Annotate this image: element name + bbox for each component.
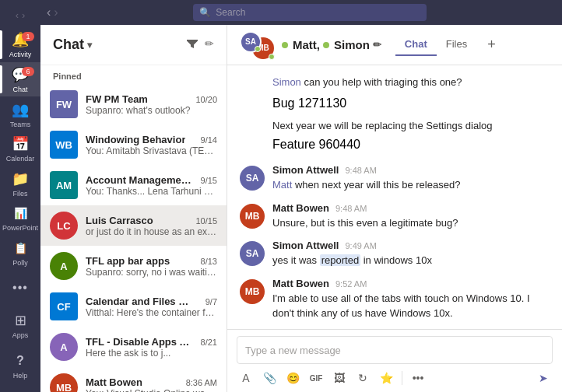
chat-title-text: Chat — [53, 37, 84, 53]
online-dot-2 — [323, 42, 329, 48]
message-time: 9:48 AM — [345, 166, 376, 175]
chat-item-preview: You: Amitabh Srivastava (TEAMS) ... — [86, 145, 217, 156]
avatar: AM — [50, 171, 78, 199]
message-sender: Simon Attwell — [272, 164, 339, 176]
powerpoint-icon: 📊 — [11, 204, 30, 222]
calendar-icon: 📅 — [11, 135, 30, 153]
apps-icon: ⊞ — [11, 311, 30, 330]
gif-button[interactable]: GIF — [307, 369, 325, 387]
message-text: Unsure, but is this even a legitimate bu… — [272, 215, 550, 231]
search-input[interactable] — [216, 7, 420, 18]
nav-label-files: Files — [12, 190, 27, 198]
compose-area: Type a new message A 📎 😊 GIF 🖼 ↻ ⭐ ••• ➤ — [227, 329, 562, 392]
chat-item-fw-pm-team[interactable]: FW FW PM Team 10/20 Supanro: what's outl… — [40, 84, 227, 124]
avatar: CF — [50, 292, 78, 320]
bug-link[interactable]: Bug 1271130 — [272, 96, 346, 110]
chat-item-time: 9/15 — [201, 176, 217, 185]
chat-item-time: 9/14 — [201, 135, 217, 145]
message-sender: Matt Bowen — [272, 202, 329, 214]
contact-name-matt: Matt, — [293, 38, 320, 51]
message-sender: Simon Attwell — [272, 240, 339, 251]
window-back-icon[interactable]: ‹ — [47, 5, 51, 19]
main-content: ‹ › 🔍 Chat ▾ ✏ — [40, 0, 562, 392]
add-tab-icon[interactable]: + — [487, 37, 496, 53]
avatar-person1-initials: SA — [245, 37, 256, 46]
message-text: yes it was reported in windows 10x — [272, 253, 550, 268]
nav-item-activity[interactable]: 🔔 Activity 1 — [0, 27, 40, 62]
nav-item-files[interactable]: 📁 Files — [0, 166, 40, 201]
files-icon: 📁 — [11, 170, 30, 188]
message-avatar: MB — [240, 279, 265, 304]
chat-item-name: Luis Carrasco — [86, 215, 153, 226]
polly-icon: 📋 — [11, 239, 30, 257]
attach-button[interactable]: 📎 — [260, 369, 279, 387]
nav-item-calendar[interactable]: 📅 Calendar — [0, 131, 40, 166]
search-box[interactable]: 🔍 — [193, 4, 427, 21]
chat-item-name: FW PM Team — [86, 93, 148, 105]
back-arrow-icon[interactable]: ‹ — [16, 9, 19, 21]
avatar: MB — [50, 373, 78, 392]
filter-icon[interactable] — [186, 37, 198, 53]
chat-item-account-management[interactable]: AM Account Management in S... 9/15 You: … — [40, 165, 227, 205]
chat-header: SA MB Matt, Simon ✏ Chat — [227, 25, 562, 65]
loop-button[interactable]: ↻ — [353, 369, 372, 387]
window-forward-icon[interactable]: › — [54, 5, 58, 19]
chat-item-preview: Supanro: sorry, no i was waiting o... — [86, 267, 217, 278]
feature-link[interactable]: Feature 960440 — [272, 138, 360, 151]
nav-item-polly[interactable]: 📋 Polly — [0, 236, 40, 271]
compose-toolbar: A 📎 😊 GIF 🖼 ↻ ⭐ ••• ➤ — [237, 369, 553, 387]
forward-arrow-icon[interactable]: › — [22, 9, 25, 21]
compose-box[interactable]: Type a new message — [237, 336, 553, 364]
compose-icon[interactable]: ✏ — [205, 37, 214, 53]
chat-item-name: Windowing Behavior — [86, 134, 185, 145]
praise-button[interactable]: ⭐ — [377, 369, 395, 387]
nav-item-help[interactable]: ? Help — [0, 345, 40, 386]
nav-item-teams[interactable]: 👥 Teams — [0, 96, 40, 131]
nav-label-teams: Teams — [10, 121, 31, 128]
format-text-button[interactable]: A — [237, 369, 255, 387]
message-group-matt-948: MB Matt Bowen 9:48 AM Unsure, but is thi… — [240, 202, 550, 231]
chat-list-scroll: Pinned FW FW PM Team 10/20 Supanro: what… — [40, 65, 227, 392]
send-button[interactable]: ➤ — [534, 369, 553, 387]
nav-item-apps[interactable]: ⊞ Apps — [0, 305, 40, 345]
chat-item-name: TFL app bar apps — [86, 255, 170, 267]
tab-files[interactable]: Files — [437, 33, 476, 56]
message-group-simon-949: SA Simon Attwell 9:49 AM yes it was repo… — [240, 240, 550, 268]
chat-dropdown-icon[interactable]: ▾ — [87, 40, 92, 51]
message-group-matt-952: MB Matt Bowen 9:52 AM I'm able to use al… — [240, 278, 550, 321]
online-dot-1 — [282, 42, 288, 48]
chat-item-tfl-app-bar[interactable]: A TFL app bar apps 8/13 Supanro: sorry, … — [40, 246, 227, 286]
chat-item-name: TFL - Disable Apps Access — [86, 336, 195, 348]
message-avatar: SA — [240, 241, 265, 266]
avatar: A — [50, 252, 78, 280]
more-options-button[interactable]: ••• — [409, 369, 427, 387]
tab-chat[interactable]: Chat — [395, 33, 437, 56]
nav-item-chat[interactable]: 💬 Chat 6 — [0, 62, 40, 97]
sticker-button[interactable]: 🖼 — [330, 369, 349, 387]
chat-item-preview: Here the ask is to j... — [86, 348, 217, 359]
window-nav-arrows: ‹ › — [47, 5, 58, 19]
chat-header-names: Matt, Simon ✏ — [282, 38, 381, 51]
emoji-button[interactable]: 😊 — [283, 369, 302, 387]
nav-item-powerpoint[interactable]: 📊 PowerPoint — [0, 201, 40, 236]
nav-item-more[interactable]: ••• — [0, 270, 40, 305]
edit-name-icon[interactable]: ✏ — [373, 39, 381, 51]
chat-item-calendar-files[interactable]: CF Calendar and Files Theming 9/7 Vittha… — [40, 286, 227, 327]
chat-item-tfl-disable[interactable]: A TFL - Disable Apps Access 8/21 Here th… — [40, 327, 227, 367]
message-text-feature: Next year we will be replacing the Setti… — [240, 118, 550, 134]
nav-bar: ‹ › 🔔 Activity 1 💬 Chat 6 👥 Teams 📅 Cale… — [0, 0, 40, 392]
chat-item-matt-bowen[interactable]: MB Matt Bowen 8:36 AM You: Visual Studio… — [40, 367, 227, 392]
more-icon: ••• — [11, 278, 30, 297]
message-group-continuation: Simon can you help with triaging this on… — [240, 75, 550, 90]
chat-item-preview: or just do it in house as an extra c... — [86, 226, 217, 237]
chat-item-time: 10/15 — [195, 216, 217, 226]
pinned-label: Pinned — [40, 65, 227, 84]
avatar: LC — [50, 212, 78, 240]
contact-name-simon: Simon — [334, 38, 370, 51]
avatar: FW — [50, 90, 78, 118]
chat-item-luis-carrasco[interactable]: LC Luis Carrasco 10/15 or just do it in … — [40, 205, 227, 246]
chat-item-time: 10/20 — [195, 95, 217, 104]
chat-item-preview: Supanro: what's outlook? — [86, 105, 217, 116]
chat-list-header: Chat ▾ ✏ — [40, 25, 227, 65]
chat-item-windowing-behavior[interactable]: WB Windowing Behavior 9/14 You: Amitabh … — [40, 124, 227, 165]
